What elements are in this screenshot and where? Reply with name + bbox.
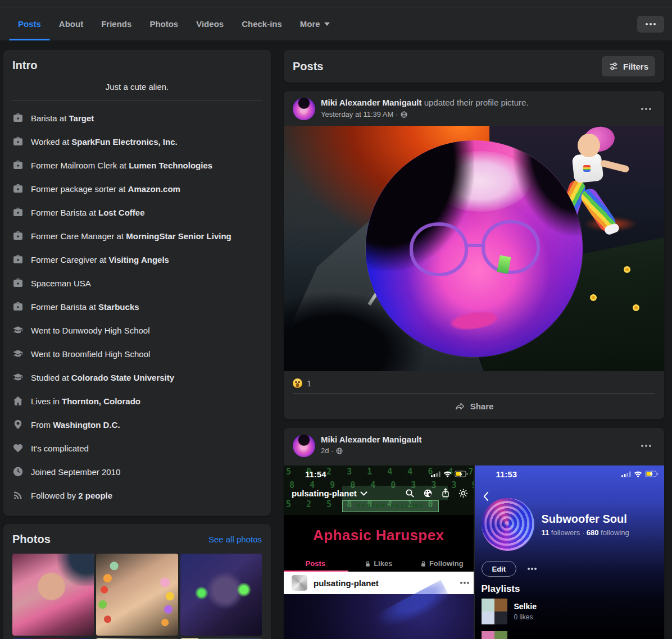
intro-item: Former package sorter at Amazon.com: [12, 177, 262, 200]
post1-timestamp[interactable]: Yesterday at 11:39 AM ·: [321, 110, 398, 118]
home-icon: [12, 395, 24, 407]
handle-name: pulsating-planet: [292, 489, 357, 498]
intro-item: Barista at Target: [12, 106, 262, 130]
globe-icon: [336, 448, 343, 454]
share-button[interactable]: Share: [432, 396, 516, 417]
intro-item: Former Care Manager at MorningStar Senio…: [12, 224, 262, 248]
graduation-cap-icon: [12, 372, 24, 383]
clock-icon: [12, 466, 24, 477]
post1-title-line: Miki Alexander Manigault updated their p…: [321, 98, 529, 108]
tab-photos[interactable]: Photos: [140, 7, 187, 40]
profile-nav-bar: Posts About Friends Photos Videos Check-…: [0, 0, 672, 40]
edit-button: Edit: [482, 561, 517, 577]
screenshot-page-title: Aphasic Haruspex: [313, 527, 444, 544]
spotify-profile-avatar: [482, 498, 534, 551]
status-bar-clock: 11:54: [305, 469, 326, 479]
filters-label: Filters: [623, 62, 648, 71]
tab-about-label: About: [59, 19, 83, 29]
author-name[interactable]: Miki Alexander Manigault: [321, 98, 421, 107]
see-all-photos-link[interactable]: See all photos: [208, 535, 262, 544]
wifi-icon: [443, 471, 452, 477]
post2-header: Miki Alexander Manigault 2d ·: [284, 428, 664, 463]
graduation-cap-icon: [12, 348, 24, 359]
playlist-item: [482, 631, 544, 639]
glasses-lens: [410, 222, 468, 276]
divider: [12, 101, 262, 101]
battery-charging-icon: [645, 471, 659, 477]
wow-reaction-icon[interactable]: [293, 378, 302, 388]
intro-item-text: Worked at SparkFun Electronics, Inc.: [31, 137, 178, 147]
tab-checkins[interactable]: Check-ins: [233, 7, 291, 40]
screenshot-artwork: [284, 594, 474, 639]
intro-item-text: Barista at Target: [31, 113, 94, 123]
globe-icon: [401, 111, 407, 118]
post2-image-left[interactable]: 5 0 2 3 1 4 4 6 4 7 7 5 1 8 4 9 0 4 0 3 …: [284, 465, 474, 639]
cover-art-flower: [633, 304, 639, 311]
post2-menu-button[interactable]: [637, 440, 655, 451]
tab-posts[interactable]: Posts: [9, 7, 50, 40]
photos-title: Photos: [12, 533, 51, 546]
briefcase-icon: [12, 277, 24, 289]
post1-menu-button[interactable]: [637, 103, 655, 115]
ellipsis-icon: [645, 108, 647, 110]
search-icon: [405, 489, 415, 498]
briefcase-icon: [12, 112, 24, 124]
intro-item: Studied at Colorado State University: [12, 366, 262, 389]
post1-action-text: updated their profile picture.: [421, 98, 528, 107]
avatar[interactable]: [293, 435, 315, 457]
post-screenshots: Miki Alexander Manigault 2d · 5 0 2 3 1 …: [284, 428, 664, 639]
intro-item-text: Spaceman USA: [31, 279, 91, 288]
tab-about[interactable]: About: [50, 7, 92, 40]
page-content: Intro Just a cute alien. Barista at Targ…: [0, 40, 672, 639]
intro-item: Went to Dunwoody High School: [12, 318, 262, 342]
cellular-signal-icon: [621, 471, 631, 477]
playlists-heading: Playlists: [482, 583, 520, 595]
followers-line: 11 followers · 680 following: [542, 528, 629, 537]
lock-icon: [365, 560, 371, 567]
playlist-subtitle: 0 likes: [514, 613, 533, 621]
reaction-count[interactable]: 1: [307, 378, 311, 388]
avatar[interactable]: [293, 98, 315, 120]
intro-item: From Washington D.C.: [12, 413, 262, 436]
photos-card: Photos See all photos: [3, 524, 271, 639]
chevron-down-icon: [324, 22, 330, 26]
author-name[interactable]: Miki Alexander Manigault: [321, 435, 421, 444]
intro-item-text: Lives in Thornton, Colorado: [31, 396, 140, 406]
post1-actions-row: Share: [293, 393, 655, 419]
posts-header-card: Posts Filters: [284, 50, 664, 83]
photo-thumbnail[interactable]: [12, 554, 94, 636]
briefcase-icon: [12, 183, 24, 194]
intro-item: It's complicated: [12, 436, 262, 460]
profile-more-options-button[interactable]: [637, 16, 664, 33]
battery-charging-icon: [455, 471, 468, 477]
tab-more[interactable]: More: [291, 7, 339, 40]
tab-photos-label: Photos: [149, 19, 178, 29]
playlist-item: Selkie0 likes: [482, 599, 537, 624]
ellipsis-icon: [531, 568, 533, 570]
chevron-down-icon: [360, 489, 367, 496]
cover-art-flower: [624, 266, 630, 273]
profile-picture-circle[interactable]: [366, 140, 583, 357]
screenshot-title-band: Aphasic Haruspex: [284, 515, 474, 555]
bio-text: Just a cute alien.: [12, 82, 262, 92]
tab-posts-label: Posts: [18, 19, 41, 29]
post2-timestamp[interactable]: 2d ·: [321, 446, 333, 455]
post1-reactions-row: 1: [284, 371, 664, 393]
tab-videos[interactable]: Videos: [187, 7, 233, 40]
photo-thumbnail[interactable]: [180, 554, 262, 636]
intro-item-text: Former Barista at Starbucks: [31, 302, 139, 312]
intro-item: Joined September 2010: [12, 460, 262, 483]
filters-button[interactable]: Filters: [602, 56, 655, 76]
back-chevron-icon: [483, 491, 489, 504]
post2-image-right[interactable]: 11:53 Subwoofer Soul 11 followers · 680 …: [475, 465, 665, 639]
tab-more-label: More: [300, 19, 320, 29]
intro-item: Spaceman USA: [12, 271, 262, 295]
photo-thumbnail[interactable]: [96, 554, 178, 636]
intro-item: Former Caregiver at Visiting Angels: [12, 248, 262, 271]
briefcase-icon: [12, 230, 24, 241]
playlist-cover: [482, 631, 507, 639]
briefcase-icon: [12, 301, 24, 312]
intro-item: Former Barista at Lost Coffee: [12, 200, 262, 224]
tab-friends[interactable]: Friends: [92, 7, 140, 40]
post1-profile-picture-image[interactable]: [284, 126, 664, 371]
